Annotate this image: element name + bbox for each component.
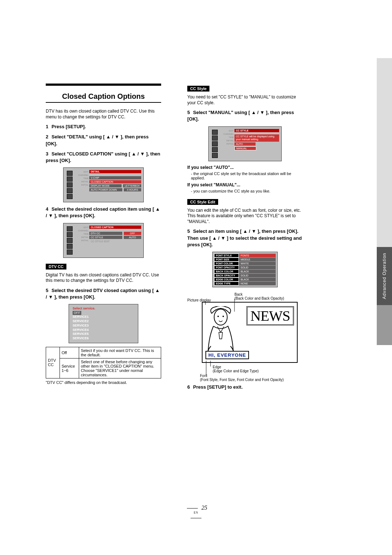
side-tab-light2 <box>377 305 392 345</box>
right-column: CC Style You need to set "CC STYLE" to "… <box>185 84 305 392</box>
auto-txt: - the original CC style set by the broad… <box>191 171 303 180</box>
osd-cc-style: EDIT CHANNEL TIME DETAIL INITIAL CC STYL… <box>208 126 282 161</box>
label-font-sub: (Font Style, Font Size, Font Color and F… <box>200 378 284 382</box>
step5-right1: Select "MANUAL" using [ ▲ / ▼ ], then pr… <box>187 110 294 122</box>
step5-left: Select the desired DTV closed caption us… <box>46 288 160 300</box>
cc-style-edit-desc: You can edit the style of CC such as fon… <box>187 208 303 225</box>
news-box: NEWS HI, EVERYONE <box>202 302 298 363</box>
intro-text: DTV has its own closed caption called DT… <box>46 109 161 120</box>
side-tab-label: Advanced Operation <box>382 253 387 299</box>
osd-service: Select service. OFF SERVICE1 SERVICE2 SE… <box>69 304 138 343</box>
cc-style-edit-label: CC Style Edit <box>187 199 218 205</box>
side-tab-dark: Advanced Operation <box>377 247 392 305</box>
manual-txt: - you can customize the CC style as you … <box>191 189 303 193</box>
cc-style-desc: You need to set "CC STYLE" to "MANUAL" t… <box>187 94 303 106</box>
step1: Press [SETUP]. <box>52 124 86 129</box>
step6: Press [SETUP] to exit. <box>193 384 243 390</box>
dtv-cc-desc: Digital TV has its own closed captions c… <box>46 272 161 284</box>
news-caption: HI, EVERYONE <box>205 351 249 359</box>
step5-right2: Select an item using [ ▲ / ▼ ], then pre… <box>187 228 302 247</box>
page-title: Closed Caption Options <box>46 84 161 101</box>
step2: Select "DETAIL" using [ ▲ / ▼ ], then pr… <box>46 134 149 146</box>
label-edge-sub: (Edge Color and Edge Type) <box>213 369 259 373</box>
manual-hdr: If you select "MANUAL"... <box>187 182 303 187</box>
left-column: Closed Caption Options DTV has its own c… <box>44 84 163 386</box>
dtv-cc-label: DTV CC <box>46 264 66 270</box>
svg-point-1 <box>217 316 219 317</box>
osd-edit-menu: FONT STYLEFONT0 FONT SIZEMIDDLE FONT COL… <box>212 252 278 287</box>
dtv-cc-table: DTV CC Off Select if you do not want DTV… <box>46 347 161 378</box>
table-footnote: "DTV CC" differs depending on the broadc… <box>46 380 161 385</box>
label-edge: Edge <box>213 365 221 369</box>
illustration: Picture display Back (Back Color and Bac… <box>187 291 303 382</box>
osd-closed-caption: EDIT CHANNEL TIME DETAIL INITIAL CLOSED … <box>63 223 144 258</box>
page-number: 25 EN <box>0 505 392 521</box>
step3: Select "CLOSED CAPTION" using [ ▲ / ▼ ],… <box>46 151 160 163</box>
osd-detail: EDIT CHANNEL TIME DETAIL INITIAL DETAIL … <box>63 167 144 202</box>
news-text: NEWS <box>246 306 294 325</box>
label-back-sub: (Back Color and Back Opacity) <box>234 296 284 300</box>
svg-point-0 <box>214 309 227 325</box>
svg-point-2 <box>222 316 224 317</box>
auto-hdr: If you select "AUTO"... <box>187 165 303 170</box>
label-back: Back <box>234 292 242 296</box>
step4: Select the desired closed caption item u… <box>46 206 160 218</box>
cc-style-label: CC Style <box>187 86 209 92</box>
side-tab-light <box>377 58 392 247</box>
